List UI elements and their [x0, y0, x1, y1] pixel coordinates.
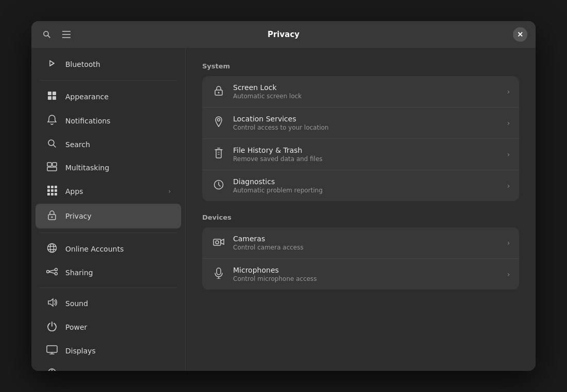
sidebar-item-bluetooth-label: Bluetooth — [65, 60, 171, 68]
sidebar-item-bluetooth[interactable]: Bluetooth — [36, 52, 181, 76]
svg-line-32 — [49, 270, 55, 272]
menu-button[interactable] — [59, 28, 74, 41]
bluetooth-icon — [46, 58, 58, 70]
location-services-subtitle: Control access to your location — [233, 124, 500, 131]
diagnostics-subtitle: Automatic problem reporting — [233, 187, 500, 194]
screen-lock-chevron-icon: › — [507, 87, 510, 96]
apps-icon — [46, 185, 58, 198]
sidebar-item-multitasking[interactable]: Multitasking — [36, 156, 181, 179]
svg-line-10 — [54, 145, 56, 148]
sidebar-item-notifications-label: Notifications — [65, 117, 171, 125]
search-icon — [46, 139, 58, 150]
file-history-row[interactable]: File History & Trash Remove saved data a… — [202, 139, 519, 170]
svg-rect-17 — [47, 189, 50, 192]
cameras-subtitle: Control camera access — [233, 244, 500, 251]
system-settings-group: Screen Lock Automatic screen lock › Loc — [202, 76, 519, 201]
sidebar: Bluetooth Appearance — [31, 48, 186, 371]
screen-lock-icon — [211, 85, 226, 98]
svg-point-31 — [55, 273, 58, 275]
sidebar-item-displays-label: Displays — [65, 347, 171, 355]
svg-rect-15 — [51, 186, 54, 188]
location-services-text: Location Services Control access to your… — [233, 115, 500, 131]
sidebar-divider-3 — [40, 288, 177, 288]
svg-rect-46 — [214, 239, 221, 245]
file-history-subtitle: Remove saved data and files — [233, 155, 500, 163]
sidebar-item-search[interactable]: Search — [36, 133, 181, 156]
cameras-text: Cameras Control camera access — [233, 235, 500, 251]
microphones-title: Microphones — [233, 266, 500, 274]
svg-rect-19 — [55, 189, 57, 192]
svg-point-30 — [55, 269, 58, 271]
cameras-title: Cameras — [233, 235, 500, 243]
microphones-subtitle: Control microphone access — [233, 275, 500, 282]
mouse-icon — [46, 368, 58, 371]
svg-point-29 — [47, 271, 49, 273]
sidebar-item-sharing[interactable]: Sharing — [36, 261, 181, 283]
sidebar-item-sound[interactable]: Sound — [36, 292, 181, 315]
devices-settings-group: Cameras Control camera access › — [202, 227, 519, 290]
svg-rect-18 — [51, 189, 54, 192]
location-services-title: Location Services — [233, 115, 500, 123]
microphones-text: Microphones Control microphone access — [233, 266, 500, 282]
svg-point-47 — [216, 241, 219, 244]
privacy-icon — [46, 209, 58, 223]
file-history-icon — [211, 148, 226, 161]
microphones-icon — [211, 268, 226, 281]
screen-lock-title: Screen Lock — [233, 83, 500, 92]
power-icon — [46, 321, 58, 333]
sidebar-item-appearance-label: Appearance — [65, 93, 171, 101]
devices-section-title: Devices — [202, 213, 519, 221]
file-history-title: File History & Trash — [233, 146, 500, 154]
sidebar-item-sharing-label: Sharing — [65, 269, 171, 277]
titlebar-title: Privacy — [268, 30, 299, 39]
sidebar-divider-1 — [40, 80, 177, 81]
svg-line-1 — [48, 35, 50, 38]
file-history-text: File History & Trash Remove saved data a… — [233, 146, 500, 163]
sidebar-item-apps-label: Apps — [65, 187, 161, 195]
svg-rect-8 — [52, 96, 56, 100]
titlebar: Privacy ✕ — [31, 21, 536, 48]
sidebar-item-mouse-touchpad[interactable]: Mouse & Touchpad — [36, 363, 181, 371]
sidebar-item-sound-label: Sound — [65, 299, 171, 308]
microphones-row[interactable]: Microphones Control microphone access › — [202, 259, 519, 290]
diagnostics-row[interactable]: Diagnostics Automatic problem reporting … — [202, 170, 519, 201]
svg-point-24 — [51, 217, 53, 218]
sidebar-item-appearance[interactable]: Appearance — [36, 85, 181, 109]
sidebar-item-online-accounts-label: Online Accounts — [65, 245, 171, 253]
svg-rect-22 — [55, 193, 57, 195]
sidebar-item-power[interactable]: Power — [36, 315, 181, 339]
sidebar-item-notifications[interactable]: Notifications — [36, 109, 181, 133]
cameras-row[interactable]: Cameras Control camera access › — [202, 227, 519, 259]
sidebar-item-online-accounts[interactable]: Online Accounts — [36, 237, 181, 261]
multitasking-icon — [46, 162, 58, 173]
screen-lock-row[interactable]: Screen Lock Automatic screen lock › — [202, 76, 519, 108]
close-button[interactable]: ✕ — [513, 27, 527, 42]
sidebar-item-privacy[interactable]: Privacy — [36, 204, 181, 228]
sidebar-divider-2 — [40, 233, 177, 233]
diagnostics-chevron-icon: › — [507, 182, 510, 190]
sidebar-item-apps[interactable]: Apps › — [36, 180, 181, 203]
svg-rect-48 — [217, 268, 221, 275]
apps-chevron-icon: › — [168, 188, 171, 195]
svg-point-26 — [50, 244, 54, 253]
sidebar-item-multitasking-label: Multitasking — [65, 164, 171, 172]
content-area: Bluetooth Appearance — [31, 48, 536, 371]
settings-window: Privacy ✕ Bluetooth — [31, 21, 536, 371]
svg-point-25 — [48, 244, 57, 253]
location-services-icon — [211, 116, 226, 130]
svg-point-42 — [218, 119, 220, 121]
sound-icon — [46, 298, 58, 309]
sidebar-item-displays[interactable]: Displays — [36, 340, 181, 362]
screen-lock-text: Screen Lock Automatic screen lock — [233, 83, 500, 100]
displays-icon — [46, 345, 58, 357]
main-content: System Screen Lock Automatic screen lock — [186, 48, 536, 371]
svg-rect-13 — [47, 167, 57, 171]
sidebar-item-privacy-label: Privacy — [65, 212, 171, 220]
notifications-icon — [46, 115, 58, 127]
svg-rect-20 — [47, 193, 50, 195]
diagnostics-title: Diagnostics — [233, 177, 500, 186]
location-services-row[interactable]: Location Services Control access to your… — [202, 108, 519, 139]
svg-rect-7 — [48, 96, 51, 100]
diagnostics-icon — [211, 180, 226, 192]
search-button[interactable] — [40, 27, 54, 42]
